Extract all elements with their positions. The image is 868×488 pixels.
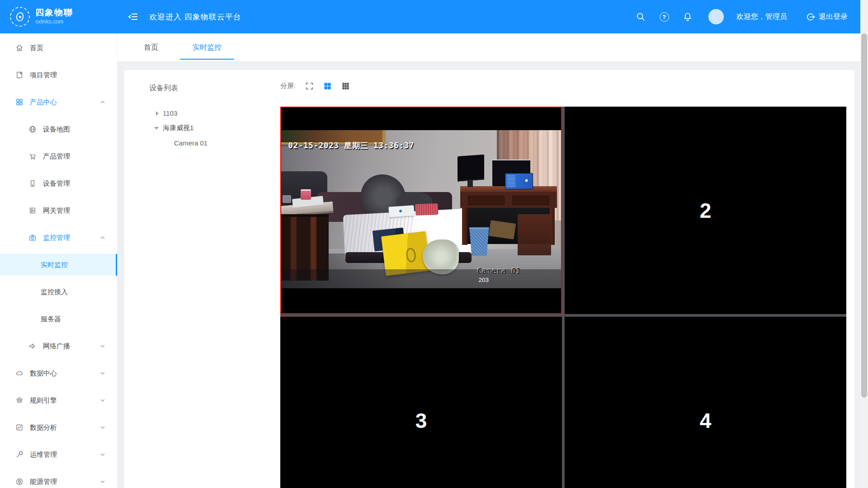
appstore-icon <box>15 98 24 106</box>
user-greeting: 欢迎您，管理员 <box>736 12 787 22</box>
split-quad-icon[interactable] <box>323 82 332 90</box>
sidebar-item-projects[interactable]: 项目管理 <box>0 64 117 86</box>
tree-node-label: 1103 <box>163 109 177 117</box>
sidebar-item-label: 数据中心 <box>30 369 57 378</box>
tab-bar: 首页 实时监控 <box>118 33 868 62</box>
sidebar-item-label: 设备地图 <box>43 125 70 134</box>
sidebar-item-ops-mgmt[interactable]: 运维管理 <box>0 444 117 465</box>
sidebar-item-energy-mgmt[interactable]: 能源管理 <box>0 471 117 488</box>
brand-domain: sxlinks.com <box>35 19 73 25</box>
analysis-icon <box>15 423 24 432</box>
video-camera-name-osd: Camera 01 <box>477 266 521 276</box>
page-scrollbar[interactable] <box>860 0 868 488</box>
sidebar-item-label: 首页 <box>30 44 43 52</box>
help-icon[interactable]: ? <box>659 11 670 22</box>
scrollbar-thumb[interactable] <box>861 33 867 398</box>
speaker-icon <box>28 342 37 350</box>
sidebar-item-label: 产品中心 <box>30 98 57 107</box>
sidebar-item-label: 运维管理 <box>30 450 57 459</box>
chevron-up-icon <box>100 99 105 105</box>
split-nine-icon[interactable] <box>341 82 350 90</box>
video-cell-2[interactable]: 2 <box>565 107 846 314</box>
sidebar-item-label: 网关管理 <box>43 206 70 215</box>
sidebar-item-label: 产品管理 <box>43 152 70 161</box>
logout-label: 退出登录 <box>819 12 848 22</box>
user-avatar[interactable] <box>708 9 724 24</box>
sidebar-item-label: 网络广播 <box>43 342 70 351</box>
device-tree: 1103 海康威视1 Camera 01 <box>149 106 280 150</box>
logout-button[interactable]: 退出登录 <box>806 12 848 22</box>
sidebar-item-home[interactable]: 首页 <box>0 37 117 59</box>
sidebar-item-label: 设备管理 <box>43 179 70 188</box>
globe-icon <box>28 125 37 133</box>
split-single-icon[interactable] <box>305 82 314 90</box>
caret-down-icon[interactable] <box>154 127 159 130</box>
device-list-title: 设备列表 <box>149 84 280 93</box>
main-area: 首页 实时监控 设备列表 1103 海康威视1 Camera 01 <box>118 33 868 488</box>
cloud-icon <box>15 369 24 377</box>
home-icon <box>15 44 24 52</box>
content-card: 设备列表 1103 海康威视1 Camera 01 分屏: <box>124 70 854 488</box>
caret-right-icon[interactable] <box>156 111 159 116</box>
chevron-down-icon <box>100 452 105 457</box>
camera-video-feed: 02-15-2023 星期三 13:36:37 Camera 01 203 <box>281 130 561 288</box>
tab-live-monitor[interactable]: 实时监控 <box>180 33 234 61</box>
sidebar-item-rule-engine[interactable]: 规则引擎 <box>0 389 117 411</box>
chevron-up-icon <box>100 235 105 240</box>
tab-label: 实时监控 <box>193 43 222 52</box>
notification-bell-icon[interactable] <box>682 11 693 22</box>
tree-node-camera01[interactable]: Camera 01 <box>149 136 280 150</box>
search-icon[interactable] <box>635 11 646 22</box>
page-title: 欢迎进入 四象物联云平台 <box>149 12 241 22</box>
sidebar-item-label: 监控接入 <box>41 288 68 296</box>
energy-icon <box>15 478 24 486</box>
video-cell-1[interactable]: 02-15-2023 星期三 13:36:37 Camera 01 203 <box>280 107 562 314</box>
monitor-grid: 02-15-2023 星期三 13:36:37 Camera 01 203 2 … <box>280 107 846 488</box>
video-timestamp-osd: 02-15-2023 星期三 13:36:37 <box>288 141 414 151</box>
cell-number: 4 <box>565 317 846 488</box>
chevron-down-icon <box>100 479 105 484</box>
project-icon <box>15 71 24 79</box>
video-cell-4[interactable]: 4 <box>565 317 846 488</box>
sidebar-item-monitor-access[interactable]: 监控接入 <box>0 281 117 303</box>
tree-node-label: 海康威视1 <box>163 124 193 132</box>
chevron-down-icon <box>100 425 105 430</box>
video-channel-label: 203 <box>478 277 489 283</box>
sidebar-item-label: 监控管理 <box>43 234 70 242</box>
sidebar-item-device-map[interactable]: 设备地图 <box>0 118 117 140</box>
chevron-down-icon <box>100 343 105 349</box>
tree-node-1103[interactable]: 1103 <box>149 106 280 121</box>
sidebar-item-live-monitor[interactable]: 实时监控 <box>0 254 117 276</box>
video-plastic-bag <box>423 239 459 274</box>
sidebar-item-device-mgmt[interactable]: 设备管理 <box>0 173 117 194</box>
split-label: 分屏: <box>280 82 296 90</box>
sidebar-item-label: 实时监控 <box>41 261 68 269</box>
camera-icon <box>28 234 37 242</box>
tree-node-hikvision[interactable]: 海康威视1 <box>149 121 280 136</box>
chevron-down-icon <box>100 371 105 376</box>
menu-fold-icon[interactable] <box>127 11 138 22</box>
sidebar-item-data-analysis[interactable]: 数据分析 <box>0 417 117 438</box>
device-list-panel: 设备列表 1103 海康威视1 Camera 01 <box>124 70 280 150</box>
sidebar-item-server[interactable]: 服务器 <box>0 308 117 330</box>
sidebar-item-product-mgmt[interactable]: 产品管理 <box>0 145 117 167</box>
device-icon <box>28 179 37 188</box>
help-glyph: ? <box>660 12 669 22</box>
sidebar-item-gateway-mgmt[interactable]: 网关管理 <box>0 200 117 221</box>
tree-node-label: Camera 01 <box>174 139 208 147</box>
sidebar-item-label: 规则引擎 <box>30 396 57 405</box>
cell-number: 2 <box>565 107 846 314</box>
sidebar-item-monitor-mgmt[interactable]: 监控管理 <box>0 227 117 249</box>
video-cell-3[interactable]: 3 <box>280 317 562 488</box>
tab-label: 首页 <box>144 43 158 52</box>
chevron-down-icon <box>100 398 105 403</box>
tab-home[interactable]: 首页 <box>131 33 171 61</box>
video-white-box <box>389 205 415 217</box>
cart-icon <box>28 152 37 160</box>
sidebar-item-data-center[interactable]: 数据中心 <box>0 362 117 384</box>
video-red-basket <box>415 203 438 215</box>
sidebar-item-product-center[interactable]: 产品中心 <box>0 91 117 113</box>
sidebar-item-network-broadcast[interactable]: 网络广播 <box>0 335 117 357</box>
brand-logo-icon <box>10 7 30 27</box>
cell-number: 3 <box>280 317 562 488</box>
